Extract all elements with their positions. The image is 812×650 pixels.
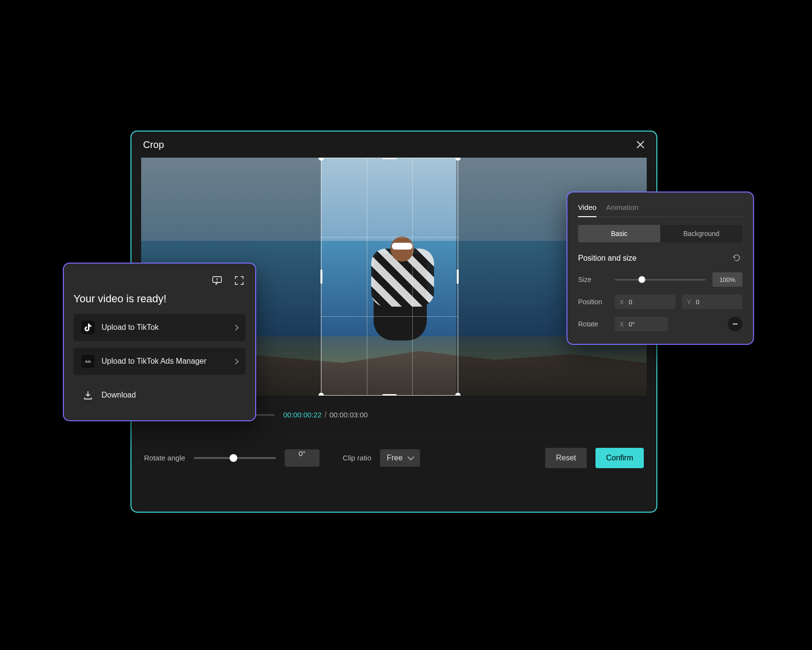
- tab-video[interactable]: Video: [578, 203, 596, 217]
- expand-button[interactable]: [233, 274, 246, 287]
- svg-point-2: [217, 281, 218, 282]
- rotate-angle-slider[interactable]: [194, 457, 276, 459]
- video-ready-panel: Your video is ready! Upload to TikTok Ad…: [63, 263, 256, 421]
- size-slider[interactable]: [615, 279, 706, 281]
- size-label: Size: [578, 276, 608, 283]
- crop-edge-right[interactable]: [457, 269, 459, 284]
- crop-handle-tl[interactable]: [319, 158, 324, 161]
- section-title: Position and size: [578, 254, 637, 263]
- rotate-angle-thumb[interactable]: [230, 454, 237, 462]
- rotate-field[interactable]: X 0°: [615, 317, 668, 331]
- position-y-value: 0: [696, 298, 699, 306]
- time-current: 00:00:00:22: [283, 411, 321, 419]
- crop-edge-top[interactable]: [382, 158, 397, 159]
- reset-section-button[interactable]: [732, 253, 742, 264]
- rotate-dial-indicator: [733, 324, 738, 325]
- option-label: Download: [102, 391, 238, 399]
- upload-ads-manager-option[interactable]: Ads Upload to TikTok Ads Manager: [73, 348, 246, 375]
- crop-title: Crop: [143, 139, 164, 150]
- crop-handle-br[interactable]: [455, 393, 461, 396]
- option-label: Upload to TikTok Ads Manager: [102, 357, 227, 366]
- position-label: Position: [578, 298, 608, 306]
- time-total: 00:00:03:00: [330, 411, 368, 419]
- upload-tiktok-option[interactable]: Upload to TikTok: [73, 314, 246, 341]
- reset-button[interactable]: Reset: [545, 448, 587, 468]
- clip-ratio-value: Free: [387, 454, 403, 462]
- close-button[interactable]: [636, 140, 645, 149]
- position-x-value: 0: [629, 298, 632, 306]
- clip-ratio-select[interactable]: Free: [380, 449, 420, 467]
- segment-background[interactable]: Background: [660, 225, 742, 242]
- size-value[interactable]: 100%: [712, 272, 742, 287]
- position-y-field[interactable]: Y 0: [682, 295, 742, 309]
- ready-title: Your video is ready!: [73, 293, 246, 305]
- download-option[interactable]: Download: [73, 382, 246, 409]
- confirm-button[interactable]: Confirm: [595, 448, 644, 468]
- crop-edge-left[interactable]: [320, 269, 322, 284]
- close-icon: [636, 140, 645, 149]
- chevron-right-icon: [232, 358, 239, 365]
- properties-panel: Video Animation Basic Background Positio…: [566, 192, 754, 345]
- tab-animation[interactable]: Animation: [606, 203, 638, 217]
- tiktok-icon: [81, 321, 95, 334]
- rotate-angle-label: Rotate angle: [144, 454, 185, 462]
- axis-label: X: [620, 298, 624, 306]
- expand-icon: [234, 275, 245, 286]
- speech-bubble-icon: [212, 275, 222, 286]
- clip-ratio-label: Clip ratio: [343, 454, 371, 462]
- position-x-field[interactable]: X 0: [615, 295, 675, 309]
- rotate-value: 0°: [629, 321, 635, 328]
- segment-basic[interactable]: Basic: [578, 225, 660, 242]
- size-slider-thumb[interactable]: [638, 276, 645, 283]
- download-icon: [81, 388, 95, 402]
- reset-icon: [732, 253, 741, 263]
- crop-edge-bottom[interactable]: [382, 394, 397, 396]
- axis-label: Y: [687, 298, 691, 306]
- crop-handle-bl[interactable]: [319, 393, 324, 396]
- rotate-angle-value[interactable]: 0°: [285, 449, 319, 467]
- feedback-button[interactable]: [211, 274, 223, 287]
- ads-manager-icon: Ads: [81, 355, 95, 368]
- chevron-right-icon: [232, 325, 239, 331]
- rotate-dial[interactable]: [728, 317, 742, 331]
- chevron-down-icon: [407, 453, 414, 460]
- option-label: Upload to TikTok: [102, 323, 227, 332]
- axis-label: X: [620, 321, 624, 328]
- rotate-label: Rotate: [578, 320, 608, 328]
